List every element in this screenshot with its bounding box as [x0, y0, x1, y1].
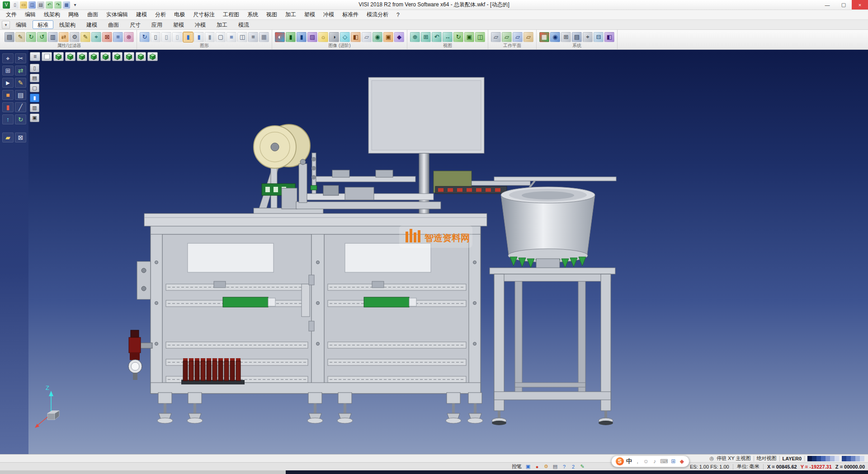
translate-icon[interactable]: ⇄	[15, 66, 26, 76]
menu-item[interactable]: 冲模	[319, 10, 338, 19]
menu-item[interactable]: 分析	[151, 10, 170, 19]
select-region-icon[interactable]: ⌖	[2, 53, 14, 63]
color-swatch[interactable]	[807, 456, 812, 461]
material-icon[interactable]: ▮	[297, 32, 307, 42]
lighting-icon[interactable]: ☼	[318, 32, 328, 42]
reset-filter-icon[interactable]: ⊗	[124, 32, 134, 42]
level-swatch[interactable]	[846, 456, 851, 461]
workplane-standard-icon[interactable]: ▱	[491, 32, 501, 42]
3d-viewport[interactable]: 智造资料网 Z ≡	[28, 50, 868, 454]
blank-view-button[interactable]	[42, 52, 52, 61]
zoom-previous-icon[interactable]: ↶	[432, 32, 442, 42]
shadow-icon[interactable]: ◑	[329, 32, 339, 42]
skin-icon[interactable]: ◆	[679, 458, 685, 465]
wireframe-solid-icon[interactable]: ▢	[216, 32, 226, 42]
hidden-dashed-view-icon[interactable]: ▯	[172, 32, 182, 42]
workbench-tab[interactable]: 编辑	[11, 20, 32, 29]
redo-icon[interactable]: ↷	[54, 1, 61, 9]
hidden-line-view-icon[interactable]: ▯	[161, 32, 171, 42]
save-icon[interactable]: ◫	[28, 1, 36, 9]
sogou-logo-icon[interactable]: S	[616, 457, 624, 465]
workplane-status[interactable]: 停驻 XY 主视图	[717, 455, 751, 462]
toolbox-icon[interactable]: ⊞	[670, 458, 676, 465]
wireframe-toggle-button[interactable]: ▢	[30, 84, 39, 92]
tab-dropdown-icon[interactable]: ▾	[2, 21, 10, 29]
attributes-brush-icon[interactable]: ✎	[15, 32, 25, 42]
solid-cube-icon[interactable]: ■	[2, 90, 14, 100]
undo-icon[interactable]: ↶	[46, 1, 53, 9]
visi-logo[interactable]: V	[3, 1, 10, 9]
dynamic-view-button[interactable]	[147, 52, 158, 61]
pen-control-label[interactable]: 控笔	[512, 463, 522, 470]
color-swatch[interactable]	[812, 456, 816, 461]
update-attributes-icon[interactable]: ↻	[26, 32, 36, 42]
punctuation-icon[interactable]: ，	[634, 458, 641, 465]
quick-access-dropdown-icon[interactable]: ▾	[71, 1, 79, 9]
filter-gear-icon[interactable]: ⚙	[70, 32, 80, 42]
flat-shaded-view-icon[interactable]: ▮	[205, 32, 215, 42]
attributes-stamp-icon[interactable]: ▤	[5, 32, 14, 42]
workbench-tab[interactable]: 模流	[233, 20, 254, 29]
named-views-icon[interactable]: ▣	[464, 32, 474, 42]
snap-grid-icon[interactable]: ⊞	[2, 66, 14, 76]
calculator-icon[interactable]: ⊞	[561, 32, 571, 42]
bodies-panel-button[interactable]: ▥	[30, 104, 39, 112]
section-view-icon[interactable]: ◧	[351, 32, 361, 42]
minimize-button[interactable]: —	[819, 0, 835, 9]
color-swatch[interactable]	[816, 456, 821, 461]
eraser-icon[interactable]: ⊠	[15, 133, 26, 142]
mic-icon[interactable]: ♪	[651, 458, 658, 465]
keyboard-icon[interactable]: ⌨	[660, 458, 668, 465]
open-file-icon[interactable]: ▭	[20, 1, 27, 9]
color-swatch[interactable]	[835, 456, 839, 461]
workbench-tab[interactable]: 标准	[33, 20, 53, 29]
record-icon[interactable]: ●	[533, 464, 541, 470]
print-icon[interactable]: ▤	[37, 1, 44, 9]
menu-item[interactable]: 标准件	[338, 10, 363, 19]
menu-item[interactable]: 实体编辑	[102, 10, 132, 19]
shaded-solid-icon[interactable]: ■	[226, 32, 236, 42]
bottom-view-button[interactable]	[112, 52, 123, 61]
globe-icon[interactable]: ◉	[550, 32, 560, 42]
swap-attributes-icon[interactable]: ⇄	[59, 32, 69, 42]
level-swatch[interactable]	[851, 456, 855, 461]
workbench-tab[interactable]: 曲面	[103, 20, 124, 29]
environment-icon[interactable]: ◉	[373, 32, 382, 42]
multi-viewport-icon[interactable]: ◫	[475, 32, 485, 42]
wireframe-view-icon[interactable]: ▯	[151, 32, 160, 42]
dock-view-icon[interactable]: ◎	[709, 455, 714, 461]
snap-settings-icon[interactable]: ⌖	[583, 32, 593, 42]
solids-toggle-button[interactable]: ▮	[30, 94, 39, 102]
selection-filter-icon[interactable]: ⌖	[91, 32, 101, 42]
ghost-display-icon[interactable]: ▦	[259, 32, 269, 42]
highlighter-icon[interactable]: ▰	[2, 133, 14, 142]
rotate-view-icon[interactable]: ↻	[453, 32, 463, 42]
workbench-tab[interactable]: 尺寸	[125, 20, 146, 29]
level-swatch[interactable]	[860, 456, 864, 461]
menu-item[interactable]: ?	[392, 11, 404, 19]
grid-settings-icon[interactable]: ⊟	[594, 32, 604, 42]
color-swatch[interactable]	[821, 456, 826, 461]
emoji-icon[interactable]: ☺	[643, 458, 649, 465]
active-layer-status[interactable]: LAYER0	[783, 456, 802, 461]
gem-icon[interactable]: ◆	[394, 32, 404, 42]
menu-item[interactable]: 尺寸标注	[189, 10, 219, 19]
workbench-tab[interactable]: 加工	[212, 20, 232, 29]
element-filter-icon[interactable]: ⊠	[102, 32, 112, 42]
right-view-button[interactable]	[77, 52, 87, 61]
paint-icon[interactable]: ✎	[579, 464, 586, 470]
view-menu-icon[interactable]: ≡	[30, 52, 40, 61]
iso-view-button[interactable]	[124, 52, 134, 61]
database-icon[interactable]: ▤	[572, 32, 582, 42]
mixed-render-icon[interactable]: ◫	[237, 32, 247, 42]
close-button[interactable]: ×	[852, 0, 868, 9]
units-label[interactable]: 单位: 毫米	[737, 463, 760, 470]
layer-filter-icon[interactable]: ≡	[113, 32, 123, 42]
texture-icon[interactable]: ▨	[307, 32, 317, 42]
cad-link-icon[interactable]: ◧	[604, 32, 614, 42]
level-swatch[interactable]	[842, 456, 846, 461]
zoom-window-icon[interactable]: ⊞	[421, 32, 431, 42]
workbench-tab[interactable]: 建模	[81, 20, 102, 29]
iso-back-view-button[interactable]	[136, 52, 146, 61]
maximize-button[interactable]: ▢	[835, 0, 852, 9]
